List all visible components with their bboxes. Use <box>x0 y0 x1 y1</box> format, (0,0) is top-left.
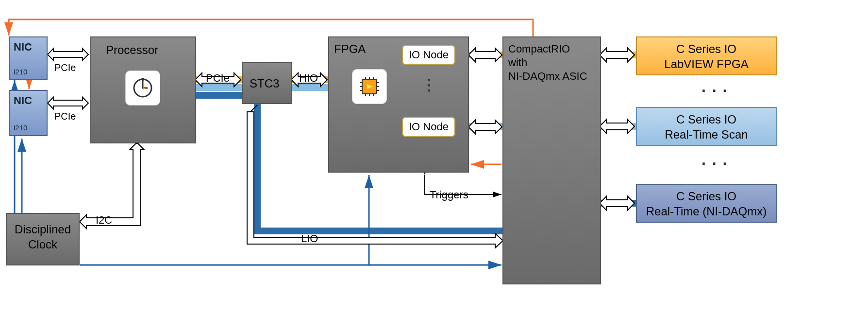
triggers-label: Triggers <box>430 189 468 201</box>
cs2-l2: Real-Time Scan <box>637 127 776 142</box>
fpga-label: FPGA <box>334 41 366 56</box>
nic1-sub: i210 <box>14 67 27 77</box>
ionode-dots: ··· <box>420 78 438 94</box>
lio-label: LIO <box>301 232 318 245</box>
cs2-block: C Series IO Real-Time Scan <box>636 107 777 146</box>
cs2-l1: C Series IO <box>637 112 776 127</box>
cs3-block: C Series IO Real-Time (NI-DAQmx) <box>636 184 777 223</box>
stc3-label: STC3 <box>250 76 279 91</box>
crio-line1: CompactRIO <box>508 42 570 56</box>
cs3-l2: Real-Time (NI-DAQmx) <box>637 204 776 219</box>
pcie-label-2: PCIe <box>54 111 76 122</box>
pcie-label-3: PCIe <box>206 72 230 85</box>
nic2-sub: i210 <box>14 123 27 133</box>
clock-block: Disciplined Clock <box>6 213 80 265</box>
clock-chip-icon <box>125 70 160 106</box>
nic2-title: NIC <box>14 94 32 108</box>
cs1-l1: C Series IO <box>637 41 776 56</box>
nic2-block: NIC i210 <box>9 90 48 136</box>
svg-point-1 <box>141 78 144 81</box>
pcie-label-1: PCIe <box>54 62 76 73</box>
clock-line1: Disciplined <box>7 222 79 237</box>
ionode1: IO Node <box>402 45 455 65</box>
cs1-block: C Series IO LabVIEW FPGA <box>636 36 777 75</box>
processor-label: Processor <box>106 42 158 57</box>
cs12-dots: · · · <box>701 82 728 100</box>
fpga-chip-icon <box>352 69 387 104</box>
ionode2: IO Node <box>402 117 455 137</box>
cs3-l1: C Series IO <box>637 189 776 204</box>
crio-block: CompactRIO with NI-DAQmx ASIC <box>502 36 601 284</box>
cs23-dots: · · · <box>701 155 728 173</box>
clock-line2: Clock <box>7 237 79 252</box>
nic1-block: NIC i210 <box>9 36 48 80</box>
nic1-title: NIC <box>14 40 32 54</box>
crio-line3: NI-DAQmx ASIC <box>508 70 587 84</box>
hio-label: HIO <box>299 72 318 85</box>
i2c-label: I2C <box>96 214 112 227</box>
cs1-l2: LabVIEW FPGA <box>637 56 776 71</box>
stc3-block: STC3 <box>242 62 292 104</box>
crio-line2: with <box>508 56 527 70</box>
